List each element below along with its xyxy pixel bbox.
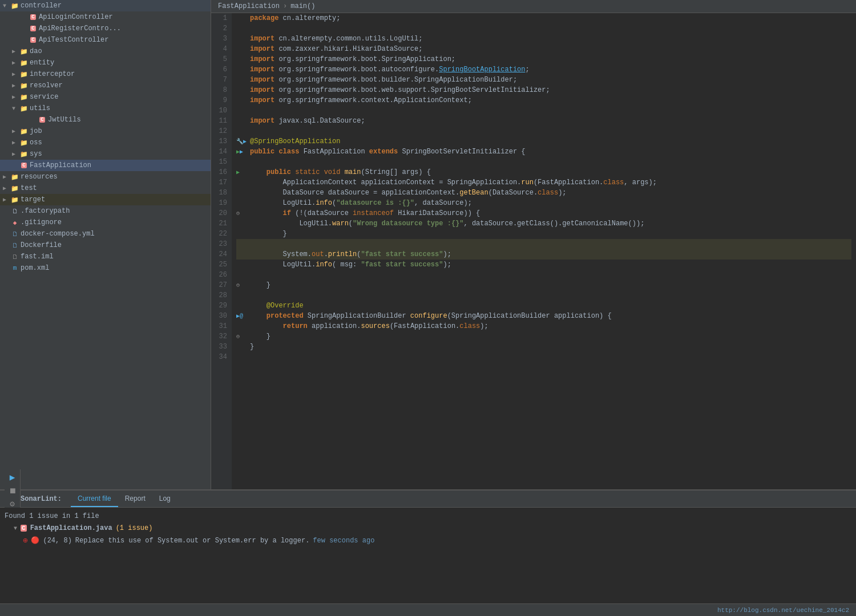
tree-item-factorypath[interactable]: 🗋.factorypath (0, 205, 211, 217)
line-number-20: 20 (216, 208, 227, 218)
sonarlint-content: Found 1 issue in 1 file ▼ C FastApplicat… (0, 508, 856, 603)
line-number-2: 2 (216, 23, 227, 34)
line-numbers: 1234567891011121314151617181920212223242… (211, 13, 232, 489)
tree-label: ApiTestController (39, 36, 108, 44)
java-file-icon: C (21, 525, 27, 532)
tree-item-dao[interactable]: ▶📁dao (0, 46, 211, 57)
tree-label: fast.iml (21, 253, 54, 261)
tree-item-gitignore[interactable]: ◆.gitignore (0, 217, 211, 228)
editor-area: FastApplication › main() 123456789101112… (211, 0, 856, 489)
tree-label: .gitignore (21, 218, 62, 226)
code-line-26 (236, 270, 851, 280)
line-number-17: 17 (216, 177, 227, 188)
main-area: ▼📁controllerCApiLoginControllerCApiRegis… (0, 0, 856, 489)
code-line-9: import org.springframework.context.Appli… (236, 95, 851, 106)
line-number-1: 1 (216, 13, 227, 23)
folder-icon: 📁 (18, 149, 30, 159)
status-bar: http://blog.csdn.net/uechine_2014c2 (0, 603, 856, 616)
line-number-16: 16 (216, 167, 227, 177)
tree-label: resolver (30, 82, 63, 90)
tree-arrow: ▶ (9, 128, 18, 135)
code-line-33: } (236, 342, 851, 352)
tree-item-pom-xml[interactable]: mpom.xml (0, 262, 211, 274)
tree-arrow: ▶ (9, 82, 18, 89)
tree-item-docker-compose[interactable]: 🗋docker-compose.yml (0, 228, 211, 240)
tree-item-ApiTestController[interactable]: CApiTestController (0, 34, 211, 46)
tree-arrow: ▶ (0, 185, 9, 192)
tree-item-oss[interactable]: ▶📁oss (0, 137, 211, 148)
tree-arrow: ▶ (9, 94, 18, 100)
folder-icon: 📁 (18, 138, 30, 147)
tree-item-ApiRegisterController[interactable]: CApiRegisterContro... (0, 23, 211, 34)
tree-label: dao (30, 47, 42, 55)
folder-icon: 📁 (18, 58, 30, 67)
sonarlint-tab-bar: ▶ ⏹ ⚙ ✕ SonarLint: Current file Report L… (0, 491, 856, 508)
tree-item-resources[interactable]: ▶📁resources (0, 171, 211, 183)
tree-item-Dockerfile[interactable]: 🗋Dockerfile (0, 240, 211, 251)
tree-item-utils[interactable]: ▼📁utils (0, 103, 211, 114)
class-icon: C (18, 161, 30, 170)
line-number-25: 25 (216, 260, 227, 270)
issue-detail[interactable]: ⊕ 🔴 (24, 8) Replace this use of System.o… (5, 534, 851, 547)
line-number-24: 24 (216, 249, 227, 260)
issue-file-row[interactable]: ▼ C FastApplication.java (1 issue) (5, 522, 851, 534)
tree-item-ApiLoginController[interactable]: CApiLoginController (0, 11, 211, 23)
line-number-27: 27 (216, 280, 227, 290)
tab-current-file[interactable]: Current file (71, 491, 118, 507)
tree-item-interceptor[interactable]: ▶📁interceptor (0, 68, 211, 80)
class-icon: C (27, 35, 39, 44)
tab-report[interactable]: Report (118, 491, 152, 507)
tree-item-job[interactable]: ▶📁job (0, 125, 211, 137)
tree-label: pom.xml (21, 264, 49, 272)
issue-description: Replace this use of System.out or System… (75, 537, 309, 545)
code-line-25: LogUtil.info( msg: "fast start success")… (236, 260, 851, 270)
line-number-10: 10 (216, 106, 227, 116)
breadcrumb: FastApplication › main() (211, 0, 856, 13)
code-line-11: import javax.sql.DataSource; (236, 116, 851, 126)
folder-icon: 📁 (18, 127, 30, 136)
line-number-32: 32 (216, 331, 227, 342)
line-number-29: 29 (216, 301, 227, 311)
folder-icon: 📁 (18, 70, 30, 79)
tree-label: resources (21, 173, 58, 181)
code-line-10 (236, 106, 851, 116)
tree-label: job (30, 127, 42, 135)
tree-item-sys[interactable]: ▶📁sys (0, 148, 211, 160)
tree-item-service[interactable]: ▶📁service (0, 91, 211, 103)
code-line-28 (236, 290, 851, 301)
code-line-19: LogUtil.info("datasource is :{}", dataSo… (236, 198, 851, 208)
error-icon: ⊕ (23, 536, 27, 545)
play-button[interactable]: ▶ (10, 472, 15, 483)
code-line-32: ⊖ } (236, 331, 851, 342)
issue-location: (24, 8) (43, 537, 71, 545)
tree-item-FastApplication[interactable]: CFastApplication (0, 160, 211, 171)
tab-log[interactable]: Log (152, 491, 177, 507)
sonarlint-panel: ▶ ⏹ ⚙ ✕ SonarLint: Current file Report L… (0, 489, 856, 603)
line-number-34: 34 (216, 352, 227, 362)
tree-item-target[interactable]: ▶📁target (0, 194, 211, 205)
tree-label: ApiRegisterContro... (39, 25, 121, 33)
tree-label: oss (30, 139, 42, 147)
code-editor[interactable]: 1234567891011121314151617181920212223242… (211, 13, 856, 489)
line-number-19: 19 (216, 198, 227, 208)
tree-item-entity[interactable]: ▶📁entity (0, 57, 211, 68)
line-number-11: 11 (216, 116, 227, 126)
tree-item-JwtUtils[interactable]: CJwtUtils (0, 114, 211, 125)
tree-item-fast-iml[interactable]: 🗋fast.iml (0, 251, 211, 262)
line-number-3: 3 (216, 34, 227, 44)
file-tree-sidebar: ▼📁controllerCApiLoginControllerCApiRegis… (0, 0, 211, 489)
code-line-24: System.out.println("fast start success")… (236, 249, 851, 260)
gutter-30: ▶@ (236, 311, 250, 322)
tree-label: ApiLoginController (39, 13, 113, 21)
line-number-6: 6 (216, 64, 227, 75)
line-number-21: 21 (216, 218, 227, 229)
tree-item-resolver[interactable]: ▶📁resolver (0, 80, 211, 91)
code-line-16: ▶ public static void main(String[] args)… (236, 167, 851, 177)
tree-arrow: ▶ (9, 151, 18, 157)
folder-icon: 📁 (9, 1, 21, 10)
tree-item-controller[interactable]: ▼📁controller (0, 0, 211, 11)
stop-button[interactable]: ⏹ (9, 487, 17, 496)
tree-item-test[interactable]: ▶📁test (0, 183, 211, 194)
code-content[interactable]: package cn.alterempty;import cn.alteremp… (232, 13, 856, 489)
code-line-8: import org.springframework.boot.web.supp… (236, 85, 851, 95)
